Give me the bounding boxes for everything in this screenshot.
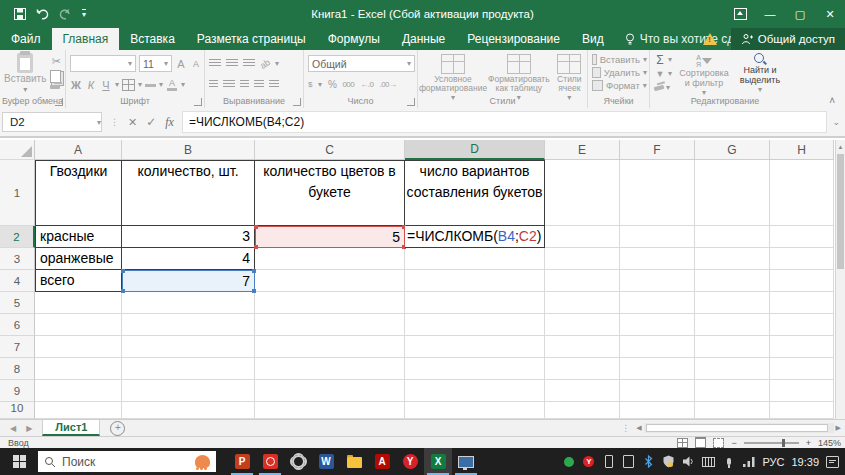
cell[interactable] [695, 248, 770, 270]
cell[interactable] [770, 248, 834, 270]
taskbar-display-app[interactable] [452, 448, 480, 475]
cell[interactable] [545, 358, 620, 380]
volume-icon[interactable] [682, 455, 695, 469]
cell[interactable] [770, 226, 834, 248]
cell[interactable] [35, 314, 122, 336]
share-button[interactable]: Общий доступ [731, 28, 845, 50]
taskbar-file-explorer[interactable] [340, 448, 368, 475]
row-header-1[interactable]: 1 [0, 160, 35, 226]
redo-icon[interactable] [59, 9, 72, 20]
cell[interactable] [545, 380, 620, 402]
fill-button[interactable]: ▼▾ [654, 67, 672, 80]
tab-file[interactable]: Файл [0, 28, 52, 50]
cell[interactable] [770, 292, 834, 314]
expand-formula-bar-icon[interactable]: ⌄ [827, 117, 845, 127]
select-all-button[interactable] [0, 140, 35, 160]
cell-c2-referenced[interactable]: 5 [255, 226, 405, 248]
zoom-level[interactable]: 145% [818, 438, 841, 448]
cell[interactable] [255, 336, 405, 358]
undo-icon[interactable] [36, 9, 49, 20]
cell-c1[interactable]: количество цветов в букете [255, 160, 405, 226]
row-header-6[interactable]: 6 [0, 314, 35, 336]
taskbar-settings[interactable] [284, 448, 312, 475]
taskbar-powerpoint[interactable]: P [228, 448, 256, 475]
column-header-a[interactable]: A [35, 140, 122, 160]
cell[interactable] [122, 380, 255, 402]
vertical-scrollbar-thumb[interactable] [837, 154, 844, 269]
cell[interactable] [122, 292, 255, 314]
cell[interactable] [405, 314, 545, 336]
cell[interactable] [35, 336, 122, 358]
taskbar-screenshot-app[interactable] [256, 448, 284, 475]
notification-center-icon[interactable] [826, 455, 839, 469]
cell-d2-editing[interactable]: =ЧИСЛКОМБ(B4;C2) [405, 226, 545, 248]
comma-style-icon[interactable]: 000 [342, 80, 354, 89]
row-header-7[interactable]: 7 [0, 336, 35, 358]
insert-function-button[interactable]: fx [165, 115, 174, 130]
formula-input[interactable]: =ЧИСЛКОМБ(B4;C2) [182, 111, 828, 133]
format-as-table-button[interactable]: Форматировать как таблицу ▾ [488, 54, 550, 102]
network-icon[interactable] [742, 455, 755, 469]
taskbar-word[interactable]: W [312, 448, 340, 475]
taskbar-search[interactable]: Поиск [38, 451, 216, 472]
paste-button[interactable]: Вставить ▾ [4, 53, 46, 95]
find-select-button[interactable]: Найти и выделить ▾ [732, 53, 788, 98]
column-header-f[interactable]: F [620, 140, 695, 160]
cell[interactable] [545, 270, 620, 292]
align-bottom-icon[interactable] [243, 59, 255, 68]
cell-a3[interactable]: оранжевые [35, 248, 122, 270]
cell[interactable] [255, 380, 405, 402]
row-header-9[interactable]: 9 [0, 380, 35, 402]
cell[interactable] [770, 402, 834, 419]
insert-cells-button[interactable]: Вставить▾ [592, 53, 647, 66]
close-button[interactable]: ✕ [815, 0, 845, 28]
orientation-icon[interactable]: ab [258, 57, 272, 71]
scroll-right-icon[interactable]: ▶ [836, 424, 841, 432]
language-indicator[interactable]: РУС [762, 456, 784, 468]
number-format-combobox[interactable]: Общий▾ [308, 55, 415, 72]
cell[interactable] [695, 226, 770, 248]
cell[interactable] [122, 336, 255, 358]
restore-button[interactable]: ▢ [785, 0, 815, 28]
cell[interactable] [770, 358, 834, 380]
cancel-entry-button[interactable]: ✕ [128, 116, 137, 129]
tab-data[interactable]: Данные [391, 28, 456, 50]
start-button[interactable] [0, 448, 38, 475]
cell-b1[interactable]: количество, шт. [122, 160, 255, 226]
font-size-combobox[interactable]: 11▾ [139, 55, 172, 72]
bluetooth-icon[interactable] [642, 455, 655, 469]
cell[interactable] [405, 358, 545, 380]
tab-view[interactable]: Вид [571, 28, 615, 50]
row-header-5[interactable]: 5 [0, 292, 35, 314]
cell[interactable] [122, 358, 255, 380]
sort-filter-button[interactable]: АЯ Сортировка и фильтр ▾ [676, 53, 732, 98]
font-color-icon[interactable]: А [166, 79, 178, 91]
cell[interactable] [405, 402, 545, 419]
cell[interactable] [770, 270, 834, 292]
cell[interactable] [255, 270, 405, 292]
next-sheet-icon[interactable]: ▶ [26, 424, 32, 433]
zoom-slider[interactable] [744, 442, 799, 444]
minimize-button[interactable]: — [755, 0, 785, 28]
cell-b3[interactable]: 4 [122, 248, 255, 270]
splitter-dots-icon[interactable]: ⋮ [621, 423, 630, 433]
page-break-view-icon[interactable] [713, 438, 724, 448]
cell[interactable] [405, 270, 545, 292]
format-cells-button[interactable]: Формат▾ [592, 79, 647, 92]
copy-icon[interactable] [50, 70, 61, 83]
zoom-in-button[interactable]: + [806, 438, 811, 448]
cell-styles-button[interactable]: Стили ячеек ▾ [554, 54, 585, 102]
cell[interactable] [620, 270, 695, 292]
cell[interactable] [545, 336, 620, 358]
cell[interactable] [695, 336, 770, 358]
underline-button[interactable]: Ч [100, 79, 112, 91]
delete-cells-button[interactable]: Удалить▾ [592, 66, 647, 79]
column-header-e[interactable]: E [545, 140, 620, 160]
new-sheet-button[interactable]: + [110, 421, 125, 436]
horizontal-scrollbar-thumb[interactable] [646, 424, 828, 432]
ribbon-display-options-button[interactable] [725, 0, 755, 28]
cell[interactable] [545, 402, 620, 419]
taskbar-acrobat[interactable]: A [368, 448, 396, 475]
cell[interactable] [770, 336, 834, 358]
prev-sheet-icon[interactable]: ◀ [10, 424, 16, 433]
